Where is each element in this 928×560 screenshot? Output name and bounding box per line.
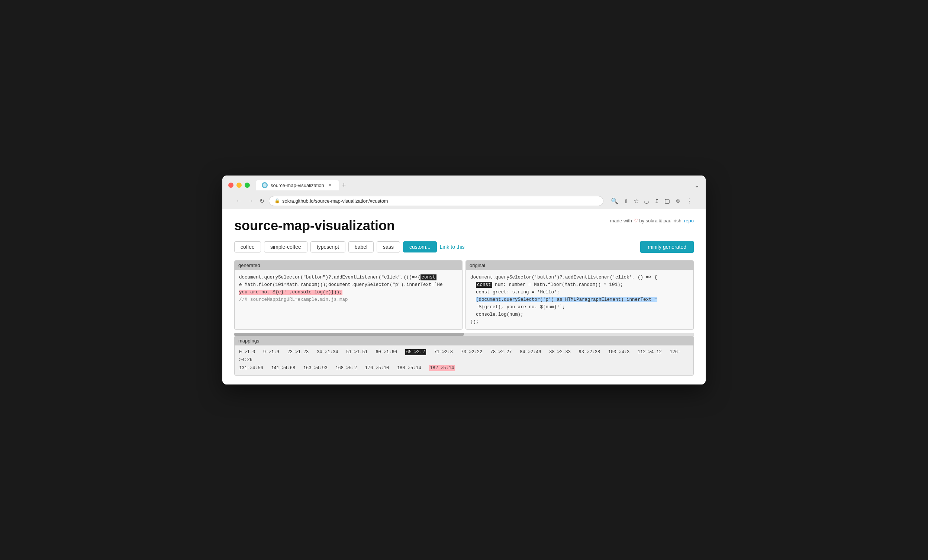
maximize-button[interactable] — [245, 183, 250, 188]
mapping-0: 0->1:0 — [239, 349, 255, 355]
original-line-5: `${greet}, you are no. ${num}!`; — [470, 304, 689, 311]
original-line-2: const num: number = Math.floor(Math.rand… — [470, 281, 689, 288]
custom-button[interactable]: custom... — [403, 241, 437, 252]
code-panels: generated document.querySelector("button… — [234, 260, 694, 330]
link-to-this[interactable]: Link to this — [440, 244, 465, 250]
mapping-168: 168->5:2 — [335, 366, 357, 371]
coffee-button[interactable]: coffee — [234, 241, 261, 252]
mapping-112: 112->4:12 — [638, 349, 662, 355]
original-line-3: const greet: string = 'Hello'; — [470, 288, 689, 296]
scroll-indicator[interactable] — [234, 333, 694, 336]
generated-line-1: document.querySelector("button")?.addEve… — [239, 274, 458, 288]
example-buttons: coffee simple-coffee typescript babel sa… — [234, 241, 694, 253]
mapping-9: 9->1:9 — [263, 349, 279, 355]
search-icon[interactable]: 🔍 — [609, 196, 620, 206]
heart-icon: ♡ — [633, 218, 638, 223]
mapping-141: 141->4:68 — [271, 366, 295, 371]
generated-line-2: you are no. ${e}!`,console.log(e)})); — [239, 288, 458, 296]
mapping-65-highlight: 65->2:2 — [405, 349, 426, 355]
mapping-176: 176->5:10 — [365, 366, 389, 371]
mappings-body: 0->1:0 9->1:9 23->1:23 34->1:34 51->1:51… — [235, 345, 693, 375]
page-header: source-map-visualization made with ♡ by … — [234, 218, 694, 233]
mapping-71: 71->2:8 — [434, 349, 453, 355]
page-title: source-map-visualization — [234, 218, 395, 233]
mapping-103: 103->4:3 — [608, 349, 630, 355]
made-with-text: made with ♡ by sokra & paulirish. repo — [610, 218, 694, 223]
menu-icon[interactable]: ⋮ — [685, 196, 694, 206]
close-button[interactable] — [228, 183, 234, 188]
title-bar: source-map-visualization ✕ + ⌄ ← → ↻ 🔒 s… — [222, 175, 706, 209]
mapping-131: 131->4:56 — [239, 366, 263, 371]
svg-point-0 — [263, 183, 267, 187]
mapping-34: 34->1:34 — [317, 349, 338, 355]
generated-line-3: //# sourceMappingURL=example.min.js.map — [239, 296, 458, 304]
bookmark-icon[interactable]: ☆ — [632, 196, 640, 206]
original-line-6: console.log(num); — [470, 311, 689, 318]
address-bar: ← → ↻ 🔒 sokra.github.io/source-map-visua… — [228, 194, 700, 209]
download-icon[interactable]: ↥ — [653, 196, 661, 206]
share-icon[interactable]: ⇧ — [622, 196, 630, 206]
tab-title: source-map-visualization — [271, 183, 324, 188]
mapping-78: 78->2:27 — [490, 349, 512, 355]
mapping-88: 88->2:33 — [549, 349, 571, 355]
back-button[interactable]: ← — [234, 196, 243, 206]
mapping-93: 93->2:38 — [578, 349, 600, 355]
mapping-73: 73->2:22 — [461, 349, 482, 355]
const-highlight: const — [420, 275, 437, 280]
minimize-button[interactable] — [237, 183, 242, 188]
browser-window: source-map-visualization ✕ + ⌄ ← → ↻ 🔒 s… — [222, 175, 706, 385]
mapping-163: 163->4:93 — [304, 366, 328, 371]
profile-icon[interactable]: ☺ — [674, 196, 682, 206]
toolbar-icons: 🔍 ⇧ ☆ ◡ ↥ ▢ ☺ ⋮ — [609, 196, 694, 206]
original-line-4: (document.querySelector('p') as HTMLPara… — [470, 296, 689, 304]
typescript-button[interactable]: typescript — [310, 241, 345, 252]
pink-highlight-1: you are no. ${e}!`,console.log(e)})); — [239, 290, 342, 295]
url-bar[interactable]: 🔒 sokra.github.io/source-map-visualizati… — [269, 196, 603, 206]
original-line-1: document.querySelector('button')?.addEve… — [470, 274, 689, 281]
sidebar-icon[interactable]: ▢ — [663, 196, 672, 206]
original-panel: original document.querySelector('button'… — [466, 260, 694, 330]
mapping-180: 180->5:14 — [397, 366, 421, 371]
scroll-thumb — [234, 333, 464, 336]
page-content: source-map-visualization made with ♡ by … — [222, 209, 706, 385]
babel-button[interactable]: babel — [348, 241, 374, 252]
url-text: sokra.github.io/source-map-visualization… — [282, 198, 388, 204]
original-panel-header: original — [466, 261, 693, 270]
mapping-182-pink: 182->5:14 — [429, 365, 455, 371]
mapping-60: 60->1:60 — [375, 349, 397, 355]
tab-bar: source-map-visualization ✕ + — [256, 180, 687, 191]
mapping-23: 23->1:23 — [287, 349, 309, 355]
traffic-lights — [228, 183, 250, 188]
original-panel-body[interactable]: document.querySelector('button')?.addEve… — [466, 270, 693, 330]
active-tab[interactable]: source-map-visualization ✕ — [256, 180, 339, 191]
mapping-84: 84->2:49 — [520, 349, 541, 355]
original-line-7: }); — [470, 318, 689, 326]
minify-button[interactable]: minify generated — [640, 241, 694, 253]
generated-panel-body[interactable]: document.querySelector("button")?.addEve… — [235, 270, 462, 330]
tab-favicon — [262, 182, 268, 188]
mappings-panel: mappings 0->1:0 9->1:9 23->1:23 34->1:34… — [234, 336, 694, 376]
mapping-51: 51->1:51 — [346, 349, 368, 355]
tab-close-button[interactable]: ✕ — [327, 182, 333, 188]
forward-button[interactable]: → — [246, 196, 255, 206]
extensions-icon[interactable]: ◡ — [643, 196, 651, 206]
mappings-header: mappings — [235, 336, 693, 345]
const-highlight-orig: const — [476, 282, 492, 288]
generated-panel: generated document.querySelector("button… — [234, 260, 462, 330]
tab-overflow-icon[interactable]: ⌄ — [694, 181, 700, 189]
blue-highlight: (document.querySelector('p') as HTMLPara… — [476, 297, 657, 302]
new-tab-button[interactable]: + — [339, 180, 349, 191]
reload-button[interactable]: ↻ — [258, 196, 266, 206]
generated-panel-header: generated — [235, 261, 462, 270]
repo-link[interactable]: repo — [684, 218, 694, 223]
simple-coffee-button[interactable]: simple-coffee — [264, 241, 307, 252]
lock-icon: 🔒 — [275, 198, 280, 203]
sass-button[interactable]: sass — [377, 241, 400, 252]
